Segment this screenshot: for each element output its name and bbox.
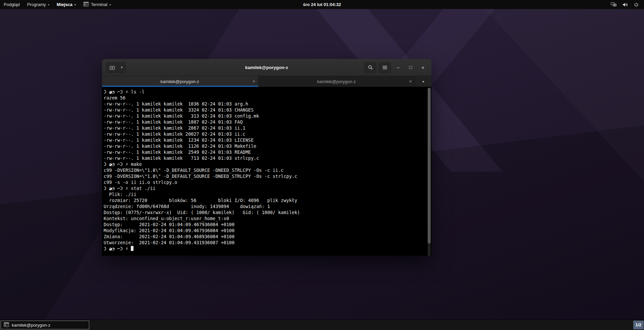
network-icon [611,2,616,7]
tab-list-dropdown[interactable]: ▾ [415,76,431,87]
terminal-line: rozmiar: 25720 bloków: 56 bloki I/O: 409… [102,197,431,203]
terminal-line: -rw-rw-r--. 1 kamilek kamilek 713 02-24 … [102,155,431,161]
overview-button[interactable]: Podgląd [0,0,23,9]
tab-2[interactable]: kamilek@porygon-z × [259,76,415,87]
applications-menu[interactable]: Programy ▾ [23,0,53,9]
applications-label: Programy [27,2,46,7]
titlebar[interactable]: ▾ kamilek@porygon-z − □ × [102,59,431,76]
terminal-line: -rw-rw-r--. 1 kamilek kamilek 313 02-24 … [102,113,431,119]
tab-close-icon[interactable]: × [406,76,415,87]
minimize-button[interactable]: − [393,63,403,72]
system-status-area[interactable] [611,0,644,9]
top-bar: Podgląd Programy ▾ Miejsca ▾ Terminal ▾ … [0,0,644,9]
terminal-screen[interactable]: Ͻ ◕◔ ⌐Ͻ ♯ ls -lrazem 56-rw-rw-r--. 1 kam… [102,87,431,256]
terminal-line: Zmiana: 2021-02-24 01:04:09.468936084 +0… [102,234,431,240]
taskbar-window-label: kamilek@porygon-z [12,323,50,328]
terminal-output: Ͻ ◕◔ ⌐Ͻ ♯ ls -lrazem 56-rw-rw-r--. 1 kam… [102,89,431,252]
taskbar-window-button[interactable]: kamilek@porygon-z [1,321,89,329]
new-tab-button-group: ▾ [106,62,126,73]
terminal-line: Dostęp: (0775/-rwxrwxr-x) Uid: ( 1000/ k… [102,209,431,215]
close-button[interactable]: × [418,63,428,72]
terminal-line: Urządzenie: fd00h/64768d inody: 1439894 … [102,203,431,209]
close-icon: × [422,65,425,70]
titlebar-buttons: − □ × [364,62,428,73]
app-menu-terminal[interactable]: Terminal ▾ [79,0,114,9]
terminal-line: Dostęp: 2021-02-24 01:04:09.467936084 +0… [102,221,431,227]
terminal-line: -rw-rw-r--. 1 kamilek kamilek 2549 02-24… [102,149,431,155]
terminal-app-icon [83,2,89,8]
scrollbar-track[interactable] [428,88,431,256]
tab-1[interactable]: kamilek@porygon-z × [102,76,259,87]
terminal-line: Ͻ ◕◔ ⌐Ͻ ♯ ls -l [102,89,431,95]
tab-label: kamilek@porygon-z [102,79,250,84]
terminal-line: c99 -s -o ii ii.o strlcpy.o [102,179,431,185]
overview-label: Podgląd [4,2,20,7]
tab-bar: kamilek@porygon-z × kamilek@porygon-z × … [102,76,431,87]
terminal-line: Modyfikacja: 2021-02-24 01:04:09.4679360… [102,227,431,234]
places-menu[interactable]: Miejsca ▾ [53,0,79,9]
terminal-line: Ͻ ◕◔ ⌐Ͻ ♯ [102,246,431,252]
minimize-icon: − [397,65,400,70]
terminal-line: Utworzenie: 2021-02-24 01:04:09.43193608… [102,240,431,246]
chevron-down-icon: ▾ [422,80,424,83]
app-menu-label: Terminal [91,2,107,7]
scrollbar-thumb[interactable] [428,88,431,244]
chevron-down-icon: ▾ [48,3,49,6]
search-button[interactable] [364,62,376,73]
terminal-line: -rw-rw-r--. 1 kamilek kamilek 20027 02-2… [102,131,431,137]
new-tab-button[interactable] [106,63,118,72]
tab-label: kamilek@porygon-z [259,79,406,84]
clock[interactable]: śro 24 lut 01:04:32 [303,2,341,7]
terminal-line: c99 -DVERSION=\"1.8\" -D_DEFAULT_SOURCE … [102,167,431,173]
terminal-line: -rw-rw-r--. 1 kamilek kamilek 1126 02-24… [102,143,431,149]
new-tab-dropdown[interactable]: ▾ [118,63,125,72]
terminal-line: Kontekst: unconfined_u:object_r:user_hom… [102,215,431,221]
search-icon [368,65,373,70]
terminal-line: razem 56 [102,95,431,101]
terminal-line: -rw-rw-r--. 1 kamilek kamilek 3324 02-24… [102,107,431,113]
terminal-line: Ͻ ◕◔ ⌐Ͻ ♯ stat ./ii [102,185,431,191]
terminal-line: -rw-rw-r--. 1 kamilek kamilek 1234 02-24… [102,137,431,143]
chevron-down-icon: ▾ [109,3,111,6]
terminal-window: ▾ kamilek@porygon-z − □ × kamilek@porygo… [102,59,431,256]
terminal-line: -rw-rw-r--. 1 kamilek kamilek 1807 02-24… [102,119,431,125]
terminal-line: Ͻ ◕◔ ⌐Ͻ ♯ make [102,161,431,167]
maximize-button[interactable]: □ [406,62,416,72]
terminal-line: Plik: ./ii [102,191,431,197]
power-icon [634,2,639,7]
maximize-icon: □ [409,64,412,70]
tab-close-icon[interactable]: × [250,76,258,87]
terminal-line: c99 -DVERSION=\"1.8\" -D_DEFAULT_SOURCE … [102,173,431,179]
volume-icon [623,2,628,7]
hamburger-icon [382,65,387,70]
menu-button[interactable] [379,62,391,73]
places-label: Miejsca [57,2,72,7]
terminal-line: -rw-rw-r--. 1 kamilek kamilek 2867 02-24… [102,125,431,131]
new-tab-icon [110,65,115,70]
bottom-panel: kamilek@porygon-z 1/2 [0,320,644,330]
terminal-app-icon [4,322,9,328]
workspace-pager[interactable]: 1/2 [633,321,644,329]
chevron-down-icon: ▾ [74,3,76,6]
terminal-cursor [131,246,133,251]
terminal-line: -rw-rw-r--. 1 kamilek kamilek 1036 02-24… [102,101,431,107]
chevron-down-icon: ▾ [121,66,123,69]
